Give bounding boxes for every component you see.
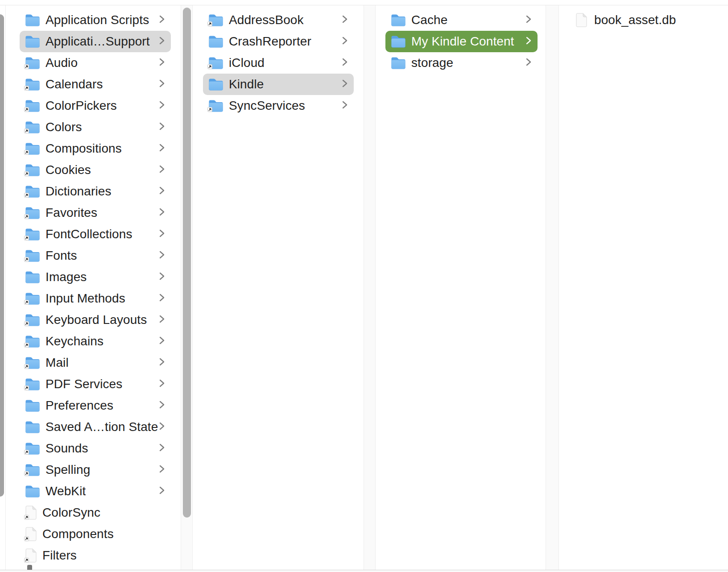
chevron-right-icon [342,36,347,47]
row-spelling[interactable]: Spelling [20,459,171,481]
alias-badge-icon [207,63,212,71]
row-application-scripts[interactable]: Application Scripts [20,9,171,31]
folder-icon [25,335,40,348]
row-dictionaries[interactable]: Dictionaries [20,181,171,202]
item-label: Spelling [46,459,90,481]
item-label: FontCollections [46,224,132,245]
alias-badge-icon [24,341,29,349]
row-preferences[interactable]: Preferences [20,395,171,416]
row-saved-a-tion-state[interactable]: Saved A…tion State [20,416,171,438]
folder-icon [25,163,40,177]
item-label: iCloud [229,52,265,74]
row-filters[interactable]: Filters [20,545,171,566]
column-library-scrollbar-thumb[interactable] [183,8,191,518]
item-label: Audio [46,52,78,74]
row-webkit[interactable]: WebKit [20,481,171,502]
folder-icon [25,142,40,155]
row-crashreporter[interactable]: CrashReporter [203,31,354,52]
row-components[interactable]: Components [20,523,171,545]
row-my-kindle-content[interactable]: My Kindle Content [385,31,538,52]
folder-icon [25,35,40,48]
folder-icon [25,463,40,477]
row-icloud[interactable]: iCloud [203,52,354,74]
row-favorites[interactable]: Favorites [20,202,171,224]
item-label: Components [42,523,114,545]
item-label: CrashReporter [229,31,311,52]
alias-badge-icon [24,127,29,135]
alias-badge-icon [24,106,29,114]
row-addressbook[interactable]: AddressBook [203,9,354,31]
folder-icon [25,270,40,284]
alias-badge-icon [24,63,29,71]
row-sounds[interactable]: Sounds [20,438,171,459]
folder-icon [25,292,40,305]
previous-column-scrollbar-track[interactable] [0,5,6,570]
row-compositions[interactable]: Compositions [20,138,171,159]
folder-icon [25,313,40,327]
chevron-right-icon [159,271,165,283]
alias-badge-icon [207,20,212,28]
column-library: Application ScriptsApplicati…SupportAudi… [6,5,181,570]
item-label: Applicati…Support [46,31,150,52]
row-mail[interactable]: Mail [20,352,171,373]
chevron-right-icon [159,485,165,497]
column-application-support: AddressBookCrashReporteriCloudKindleSync… [193,5,364,570]
document-icon [25,548,37,563]
item-label: storage [411,52,453,74]
row-keychains[interactable]: Keychains [20,331,171,352]
item-label: Cache [411,9,447,31]
row-images[interactable]: Images [20,266,171,288]
item-label: Sounds [46,438,88,459]
document-icon [575,12,587,28]
item-label: ColorSync [42,502,100,523]
row-storage[interactable]: storage [385,52,538,74]
folder-icon [25,399,40,412]
item-label: Cookies [46,159,91,181]
chevron-right-icon [159,14,165,26]
folder-icon [208,56,223,70]
chevron-right-icon [159,357,165,369]
row-syncservices[interactable]: SyncServices [203,95,354,116]
row-colors[interactable]: Colors [20,116,171,138]
item-label: Keychains [46,331,103,352]
row-input-methods[interactable]: Input Methods [20,288,171,309]
column-application-support-scrollbar-track[interactable] [364,5,376,570]
row-kindle[interactable]: Kindle [203,74,354,95]
row-colorsync[interactable]: ColorSync [20,502,171,523]
row-audio[interactable]: Audio [20,52,171,74]
row-pdf-services[interactable]: PDF Services [20,373,171,395]
item-label: Input Methods [46,288,125,309]
item-label: WebKit [46,481,86,502]
row-fontcollections[interactable]: FontCollections [20,224,171,245]
folder-icon [25,442,40,455]
chevron-right-icon [159,79,165,90]
item-label: ColorPickers [46,95,117,116]
folder-icon [25,185,40,198]
row-cache[interactable]: Cache [385,9,538,31]
alias-badge-icon [24,384,29,392]
column-my-kindle-content: book_asset.db [559,5,728,570]
column-my-kindle-content-list: book_asset.db [559,5,728,31]
chevron-right-icon [159,421,165,433]
row-colorpickers[interactable]: ColorPickers [20,95,171,116]
chevron-right-icon [526,57,531,69]
item-label: My Kindle Content [411,31,514,52]
previous-column-scrollbar-thumb[interactable] [0,14,4,497]
row-calendars[interactable]: Calendars [20,74,171,95]
chevron-right-icon [159,336,165,347]
document-icon [25,526,37,542]
column-library-scrollbar-track[interactable] [181,5,193,570]
item-label: book_asset.db [594,9,676,31]
row-keyboard-layouts[interactable]: Keyboard Layouts [20,309,171,331]
clipped-next-item [27,565,32,570]
row-book-asset-db[interactable]: book_asset.db [568,9,724,31]
row-cookies[interactable]: Cookies [20,159,171,181]
item-label: Saved A…tion State [46,416,158,438]
row-fonts[interactable]: Fonts [20,245,171,266]
alias-badge-icon [24,535,29,543]
column-kindle-scrollbar-track[interactable] [546,5,559,570]
item-label: SyncServices [229,95,305,116]
item-label: Colors [46,116,82,138]
chevron-right-icon [159,164,165,176]
row-applicati-support[interactable]: Applicati…Support [20,31,171,52]
